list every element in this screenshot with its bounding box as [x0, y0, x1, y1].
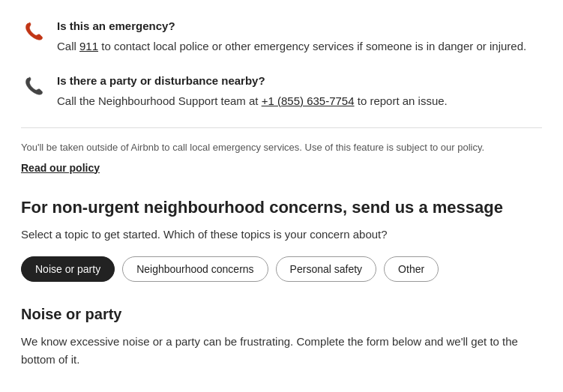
emergency-title: Is this an emergency?	[57, 18, 526, 35]
emergency-phone-link[interactable]: 911	[79, 40, 98, 52]
emergency-phone-icon	[21, 19, 45, 43]
topic-button-noise-or-party[interactable]: Noise or party	[21, 256, 115, 282]
disturbance-title: Is there a party or disturbance nearby?	[57, 73, 448, 90]
disturbance-text-before: Call the Neighbourhood Support team at	[57, 94, 262, 107]
disturbance-content: Is there a party or disturbance nearby? …	[57, 73, 448, 109]
emergency-description: Call 911 to contact local police or othe…	[57, 38, 526, 55]
selected-topic-description: We know excessive noise or a party can b…	[21, 333, 542, 369]
disturbance-description: Call the Neighbourhood Support team at +…	[57, 93, 448, 110]
policy-note: You'll be taken outside of Airbnb to cal…	[21, 140, 542, 155]
topic-prompt: Select a topic to get started. Which of …	[21, 226, 542, 244]
topic-button-other[interactable]: Other	[384, 256, 439, 282]
emergency-content: Is this an emergency? Call 911 to contac…	[57, 18, 526, 55]
emergency-text-after: to contact local police or other emergen…	[98, 40, 526, 52]
selected-topic-section: Noise or party We know excessive noise o…	[21, 303, 542, 369]
disturbance-section: Is there a party or disturbance nearby? …	[21, 73, 542, 109]
disturbance-text-after: to report an issue.	[355, 94, 448, 107]
non-urgent-section: For non-urgent neighbourhood concerns, s…	[21, 197, 542, 282]
selected-topic-title: Noise or party	[21, 303, 542, 325]
emergency-section: Is this an emergency? Call 911 to contac…	[21, 18, 542, 55]
topic-buttons-container: Noise or partyNeighbourhood concernsPers…	[21, 256, 542, 282]
disturbance-phone-link[interactable]: +1 (855) 635-7754	[262, 94, 355, 107]
topic-button-personal-safety[interactable]: Personal safety	[276, 256, 377, 282]
topic-button-neighbourhood-concerns[interactable]: Neighbourhood concerns	[122, 256, 268, 282]
read-policy-link[interactable]: Read our policy	[21, 162, 100, 174]
emergency-text-before: Call	[57, 40, 79, 52]
disturbance-phone-icon	[21, 74, 45, 98]
section-divider	[21, 127, 542, 128]
non-urgent-heading: For non-urgent neighbourhood concerns, s…	[21, 197, 542, 219]
